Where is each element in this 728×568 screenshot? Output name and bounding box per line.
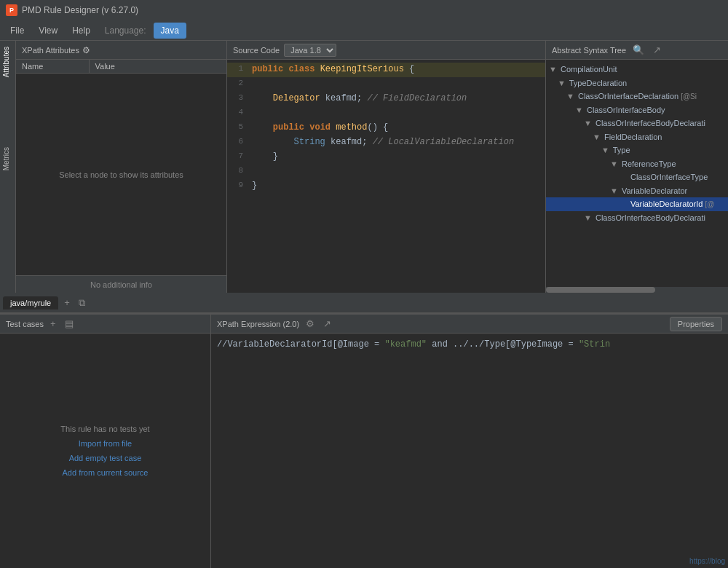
source-code-panel: Source Code Java 1.8 Java 11 Java 17 1 p… [227,41,546,293]
code-line-7: 7 } [227,150,545,165]
code-line-8: 8 [227,165,545,179]
ast-node-class-interface-body[interactable]: ▼ ClassOrInterfaceBody [546,103,728,117]
ast-node-class-interface-decl[interactable]: ▼ ClassOrInterfaceDeclaration [@Si [546,90,728,103]
java-version-select[interactable]: Java 1.8 Java 11 Java 17 [284,44,336,57]
copy-tab-button[interactable]: ⧉ [76,296,88,310]
code-line-6: 6 String keafmd; // LocalVariableDeclara… [227,135,545,150]
source-title: Source Code [233,46,280,55]
ast-node-ref-type[interactable]: ▼ ReferenceType [546,157,728,171]
attr-col-value: Value [89,60,226,74]
tab-label: java/myrule [10,299,51,307]
menu-file[interactable]: File [3,23,31,39]
ast-panel: Abstract Syntax Tree 🔍 ↗ ▼ CompilationUn… [546,41,728,293]
code-line-3: 3 Delegator keafmd; // FieldDeclaration [227,92,545,106]
ast-node-body-decl-2[interactable]: ▼ ClassOrInterfaceBodyDeclarati [546,211,728,225]
menu-language-label: Language: [98,23,154,39]
menu-help[interactable]: Help [65,23,98,39]
xpath-attributes-panel: XPath Attributes ⚙ Name Value Select a n… [16,41,227,293]
xpath-expression-content[interactable]: //VariableDeclaratorId[@Image = "keafmd"… [211,334,728,568]
ast-header: Abstract Syntax Tree 🔍 ↗ [546,41,728,60]
ast-horizontal-scrollbar[interactable] [546,287,728,293]
ast-node-compilation-unit[interactable]: ▼ CompilationUnit [546,63,728,76]
app-icon: P [6,4,17,16]
xpath-expr-title: XPath Expression (2.0) [217,320,299,328]
test-cases-panel: Test cases + ▤ This rule has no tests ye… [0,315,211,568]
code-editor[interactable]: 1 public class KeepingItSerious { 2 3 De… [227,60,545,293]
left-sidebar: Attributes Metrics [0,41,16,293]
code-line-5: 5 public void method() { [227,121,545,135]
app-title: PMD Rule Designer (v 6.27.0) [22,5,138,15]
main-content: Attributes Metrics XPath Attributes ⚙ Na… [0,41,728,568]
ast-title: Abstract Syntax Tree [552,46,626,55]
add-from-source-link[interactable]: Add from current source [63,468,149,477]
add-tab-button[interactable]: + [61,296,73,309]
attr-empty-message: Select a node to show its attributes [59,170,183,179]
ast-node-var-declarator[interactable]: ▼ VariableDeclarator [546,184,728,198]
properties-tab[interactable]: Properties [670,317,722,331]
code-line-2: 2 [227,77,545,92]
sidebar-tab-metrics[interactable]: Metrics [0,141,15,176]
menu-bar: File View Help Language: Java [0,20,728,41]
settings-icon[interactable]: ⚙ [82,45,90,55]
tab-java-myrule[interactable]: java/myrule [3,296,58,309]
no-additional-info: No additional info [16,275,226,293]
ast-export-btn[interactable]: ↗ [651,44,663,56]
source-code-header: Source Code Java 1.8 Java 11 Java 17 [227,41,545,60]
code-line-4: 4 [227,106,545,121]
import-test-btn[interactable]: ▤ [63,317,76,330]
xpath-attributes-header: XPath Attributes ⚙ [16,41,226,60]
xpath-export-btn[interactable]: ↗ [321,317,333,330]
xpath-settings-btn[interactable]: ⚙ [304,317,317,330]
title-bar: P PMD Rule Designer (v 6.27.0) [0,0,728,20]
import-from-file-link[interactable]: Import from file [79,439,132,448]
test-cases-content: This rule has no tests yet Import from f… [0,334,210,568]
add-test-btn[interactable]: + [48,317,58,330]
ast-search-btn[interactable]: 🔍 [630,44,646,56]
menu-view[interactable]: View [31,23,65,39]
test-cases-header: Test cases + ▤ [0,315,210,334]
top-panels: Attributes Metrics XPath Attributes ⚙ Na… [0,41,728,293]
ast-node-type-declaration[interactable]: ▼ TypeDeclaration [546,76,728,90]
add-empty-test-link[interactable]: Add empty test case [69,454,142,462]
attr-col-name: Name [16,60,89,74]
menu-language-java[interactable]: Java [154,23,186,39]
ast-node-body-decl-1[interactable]: ▼ ClassOrInterfaceBodyDeclarati [546,117,728,130]
watermark: https://blog [689,557,725,565]
ast-node-field-decl[interactable]: ▼ FieldDeclaration [546,130,728,144]
ast-node-type[interactable]: ▼ Type [546,143,728,157]
xpath-expression-panel: XPath Expression (2.0) ⚙ ↗ Properties //… [211,315,728,568]
code-line-9: 9 } [227,179,545,194]
code-line-1: 1 public class KeepingItSerious { [227,63,545,77]
xpath-expression-text: //VariableDeclaratorId[@Image = "keafmd"… [217,338,722,351]
test-cases-title: Test cases [6,320,44,328]
ast-tree-view[interactable]: ▼ CompilationUnit ▼ TypeDeclaration ▼ Cl… [546,60,728,287]
ast-node-class-interface-type[interactable]: ▼ ClassOrInterfaceType [546,170,728,184]
xpath-attributes-title: XPath Attributes [22,46,79,55]
attributes-table: Name Value [16,60,226,74]
xpath-attributes-title-area: XPath Attributes ⚙ [22,45,90,55]
sidebar-tab-attributes[interactable]: Attributes [0,41,15,83]
test-empty-message: This rule has no tests yet [60,425,149,433]
bottom-panels: Test cases + ▤ This rule has no tests ye… [0,313,728,568]
ast-node-var-declarator-id[interactable]: ▼ VariableDeclaratorId [@ [546,197,728,211]
xpath-expression-header: XPath Expression (2.0) ⚙ ↗ Properties [211,315,728,334]
tab-bar: java/myrule + ⧉ [0,293,728,313]
attr-empty-state: Select a node to show its attributes [16,74,226,275]
